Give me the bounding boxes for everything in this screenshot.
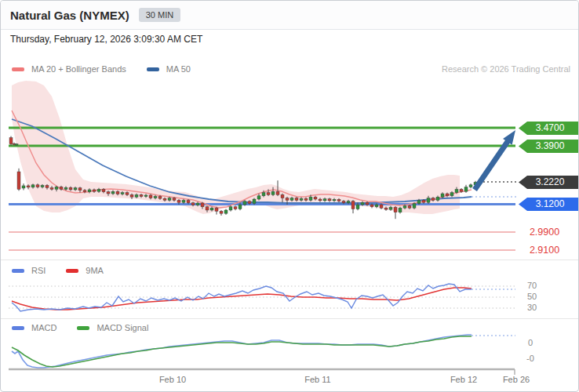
- candle-body: [347, 201, 350, 203]
- candle-body: [441, 194, 444, 197]
- candle-body: [370, 205, 373, 207]
- candle-body: [323, 199, 326, 201]
- timeframe-badge: 30 MIN: [139, 8, 180, 22]
- candle-body: [460, 189, 463, 191]
- candle-body: [191, 203, 195, 205]
- candle-body: [88, 190, 91, 192]
- candle-body: [182, 200, 185, 202]
- candle-body: [328, 199, 331, 201]
- bollinger-band-cloud: [12, 81, 460, 214]
- candle-body: [290, 198, 293, 201]
- candle-body: [187, 200, 190, 202]
- price-label-support-1: 2.9900: [520, 227, 569, 238]
- candle-body: [450, 193, 453, 196]
- candle-body: [281, 194, 284, 198]
- candle-body: [248, 201, 251, 204]
- candle-body: [375, 205, 378, 207]
- candle-body: [15, 144, 18, 145]
- candle-body: [384, 208, 388, 209]
- legend-label: RSI: [31, 266, 46, 275]
- macd-tick-zero: 0: [528, 338, 533, 347]
- candle-body: [436, 197, 439, 200]
- rsi-tick-50: 50: [527, 292, 537, 301]
- macd-series-macd: [12, 335, 472, 368]
- price-label-pivot: 3.1200: [519, 198, 578, 211]
- header: Natural Gas (NYMEX) 30 MIN: [1, 1, 578, 30]
- candle-body: [107, 192, 110, 194]
- legend-label: 9MA: [86, 266, 104, 275]
- candle-body: [267, 193, 270, 195]
- candle-body: [446, 194, 449, 196]
- macd-series-macd-signal: [12, 336, 472, 367]
- candle-body: [271, 191, 275, 194]
- main-chart-legend: MA 20 + Bollinger Bands MA 50: [12, 64, 191, 74]
- legend-item-macd: MACD: [12, 323, 56, 332]
- instrument-title: Natural Gas (NYMEX): [10, 9, 129, 22]
- candle-body: [55, 187, 58, 189]
- candle-body: [116, 191, 119, 194]
- candle-body: [464, 187, 468, 192]
- candle-body: [78, 188, 82, 191]
- ma20-swatch-icon: [12, 67, 24, 71]
- candle-body: [243, 201, 246, 205]
- candle-body: [224, 210, 228, 213]
- candle-body: [234, 207, 237, 209]
- legend-item-macd-signal: MACD Signal: [77, 323, 148, 332]
- candle-body: [177, 200, 180, 202]
- candle-body: [319, 199, 322, 201]
- candle-body: [417, 200, 421, 203]
- candle-body: [286, 198, 289, 201]
- candle-body: [140, 194, 143, 196]
- legend-label: MA 20 + Bollinger Bands: [31, 64, 126, 74]
- candle-body: [50, 187, 53, 189]
- candle-body: [46, 185, 49, 187]
- legend-item-9ma: 9MA: [66, 266, 104, 275]
- candle-body: [41, 185, 44, 187]
- price-label-resistance-2: 3.3900: [519, 140, 578, 153]
- candle-body: [422, 200, 425, 202]
- candle-body: [60, 187, 63, 189]
- candle-body: [130, 194, 133, 197]
- candle-body: [351, 201, 355, 209]
- candle-body: [97, 189, 100, 191]
- candle-body: [333, 199, 336, 201]
- legend-label: MACD: [31, 323, 56, 332]
- rsi-series-rsi: [12, 284, 472, 311]
- candle-body: [126, 193, 129, 195]
- candle-body: [102, 189, 105, 191]
- rsi-swatch-icon: [12, 269, 24, 273]
- legend-item-ma50: MA 50: [147, 64, 191, 74]
- candle-body: [300, 198, 303, 200]
- candle-body: [154, 196, 157, 198]
- x-axis-label-feb11: Feb 11: [300, 375, 335, 384]
- candlesticks: [9, 136, 477, 220]
- rsi-series-9ma: [12, 288, 472, 310]
- candle-body: [337, 199, 340, 201]
- candle-body: [9, 138, 13, 144]
- candle-body: [149, 195, 152, 198]
- candle-body: [408, 205, 411, 208]
- chart-datetime: Thursday, February 12, 2026 3:09:30 AM C…: [10, 34, 202, 45]
- candle-body: [361, 202, 364, 205]
- candle-body: [13, 143, 16, 144]
- candle-body: [36, 185, 39, 187]
- candle-body: [389, 207, 392, 209]
- macd-swatch-icon: [12, 326, 24, 330]
- candle-body: [399, 208, 402, 212]
- candle-body: [168, 198, 171, 201]
- candle-body: [309, 197, 312, 200]
- candle-body: [163, 198, 166, 200]
- candle-body: [215, 208, 218, 211]
- candle-body: [253, 199, 256, 204]
- macd-signal-swatch-icon: [77, 326, 89, 330]
- price-label-support-2: 2.9100: [520, 245, 569, 256]
- x-axis-label-feb12: Feb 12: [446, 375, 481, 384]
- candle-body: [469, 185, 472, 187]
- macd-tick-neg-zero: -0: [526, 354, 534, 363]
- legend-label: MA 50: [166, 64, 191, 74]
- candle-body: [220, 211, 223, 213]
- candle-body: [474, 182, 477, 184]
- candle-body: [427, 198, 430, 203]
- legend-item-ma20-bollinger: MA 20 + Bollinger Bands: [12, 64, 126, 74]
- candle-body: [455, 189, 458, 192]
